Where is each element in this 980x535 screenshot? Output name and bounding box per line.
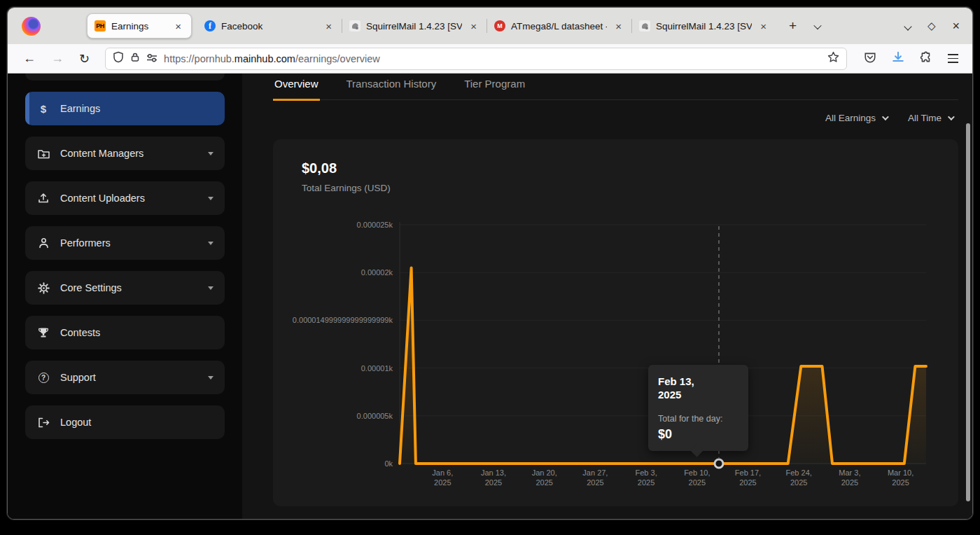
- earnings-line-chart[interactable]: 0.000025k 0.00002k 0.0000149999999999999…: [273, 218, 958, 506]
- new-tab-button[interactable]: +: [789, 18, 797, 34]
- menu-hamburger-icon[interactable]: [948, 54, 958, 62]
- svg-text:Mar 10,2025: Mar 10,2025: [888, 468, 913, 487]
- dollar-icon: $: [36, 103, 50, 115]
- tab-atmega-datasheet[interactable]: M ATmega8/L datasheet - Atm ×: [487, 13, 631, 39]
- tab-close-icon[interactable]: ×: [323, 20, 335, 33]
- extensions-puzzle-icon[interactable]: [920, 51, 932, 67]
- tab-close-icon[interactable]: ×: [172, 20, 184, 33]
- svg-text:0.000005k: 0.000005k: [357, 412, 393, 420]
- y-axis-labels: 0.000025k 0.00002k 0.0000149999999999999…: [293, 221, 393, 468]
- folder-plus-icon: [36, 148, 50, 159]
- tab-close-icon[interactable]: ×: [757, 20, 769, 33]
- svg-text:Jan 6,2025: Jan 6,2025: [432, 468, 453, 487]
- tab-title: SquirrelMail 1.4.23 [SVN]: [656, 21, 752, 32]
- earnings-section-tabs: Overview Transaction History Tier Progra…: [273, 74, 958, 100]
- tab-squirrelmail-2[interactable]: SquirrelMail 1.4.23 [SVN] ×: [632, 13, 776, 39]
- time-range-dropdown[interactable]: All Time: [908, 113, 953, 123]
- pornhub-favicon-icon: PH: [94, 20, 106, 32]
- svg-text:0.00001k: 0.00001k: [361, 364, 393, 373]
- total-earnings-amount: $0,08: [302, 160, 391, 176]
- sidebar-item-label: Core Settings: [60, 282, 122, 293]
- tracking-shield-icon[interactable]: [113, 51, 124, 66]
- gear-icon: [36, 282, 50, 294]
- sidebar-item-label: Content Uploaders: [60, 193, 145, 204]
- chevron-down-icon: [208, 197, 214, 200]
- person-icon: [36, 237, 50, 249]
- back-icon[interactable]: ←: [18, 51, 41, 66]
- chevron-down-icon: [208, 376, 214, 380]
- permissions-icon[interactable]: [146, 53, 158, 65]
- sidebar-item-content-managers[interactable]: Content Managers: [25, 137, 225, 170]
- sidebar-item-label: Earnings: [60, 103, 100, 114]
- squirrelmail-favicon-icon: [349, 20, 360, 32]
- chevron-down-icon: [208, 286, 214, 290]
- tab-transaction-history[interactable]: Transaction History: [345, 74, 438, 99]
- tab-earnings[interactable]: PH Earnings ×: [87, 13, 192, 39]
- chevron-down-icon: [948, 113, 955, 120]
- navigation-toolbar: ← → ↻ https://pornhub.mainhub.com/earnin…: [8, 44, 972, 74]
- tab-strip: PH Earnings × f Facebook × SquirrelMail …: [8, 8, 972, 44]
- minimize-window-icon[interactable]: [905, 20, 911, 32]
- earnings-summary: $0,08 Total Earnings (USD): [302, 160, 391, 193]
- sidebar-item-core-settings[interactable]: Core Settings: [25, 271, 225, 305]
- svg-text:0.000014999999999999999k: 0.000014999999999999999k: [293, 316, 393, 324]
- sidebar-item-logout[interactable]: Logout: [25, 405, 225, 439]
- list-all-tabs-icon[interactable]: [815, 20, 820, 32]
- tab-title: SquirrelMail 1.4.23 [SVN]: [366, 21, 462, 32]
- svg-text:Feb 10,2025: Feb 10,2025: [684, 468, 710, 487]
- tab-squirrelmail-1[interactable]: SquirrelMail 1.4.23 [SVN] ×: [342, 13, 486, 39]
- sidebar-item-contests[interactable]: Contests: [25, 316, 225, 349]
- close-window-icon[interactable]: ×: [952, 19, 960, 34]
- svg-text:Feb 17,2025: Feb 17,2025: [735, 468, 761, 487]
- chart-filters: All Earnings All Time: [825, 113, 953, 123]
- svg-text:0k: 0k: [384, 459, 393, 468]
- sidebar-item-content-uploaders[interactable]: Content Uploaders: [25, 181, 225, 215]
- question-circle-icon: ?: [36, 373, 50, 383]
- svg-text:Jan 13,2025: Jan 13,2025: [481, 468, 506, 487]
- logout-icon: [36, 417, 50, 428]
- tab-title: Facebook: [221, 21, 317, 32]
- pocket-icon[interactable]: [864, 51, 876, 67]
- svg-text:Mar 3,2025: Mar 3,2025: [839, 468, 860, 487]
- tab-close-icon[interactable]: ×: [468, 20, 479, 33]
- chevron-down-icon: [882, 113, 889, 120]
- chevron-down-icon: [208, 242, 214, 245]
- page-scrollbar[interactable]: [966, 123, 970, 501]
- earnings-type-dropdown[interactable]: All Earnings: [825, 113, 887, 123]
- x-axis-labels: Jan 6,2025 Jan 13,2025 Jan 20,2025 Jan 2…: [432, 468, 913, 487]
- firefox-icon[interactable]: [22, 17, 41, 36]
- sidebar-item-label: Logout: [60, 417, 91, 428]
- bookmark-star-icon[interactable]: [827, 51, 839, 66]
- chevron-down-icon: [208, 152, 214, 155]
- svg-text:Feb 24,2025: Feb 24,2025: [786, 468, 812, 487]
- browser-window: PH Earnings × f Facebook × SquirrelMail …: [7, 7, 973, 520]
- time-range-value: All Time: [908, 113, 941, 123]
- lock-icon[interactable]: [130, 52, 140, 65]
- chart-tooltip: Feb 13,2025 Total for the day: $0: [648, 365, 748, 451]
- sidebar-item-earnings[interactable]: $ Earnings: [25, 92, 225, 125]
- total-earnings-label: Total Earnings (USD): [302, 183, 391, 193]
- squirrelmail-favicon-icon: [639, 20, 650, 32]
- tab-tier-program[interactable]: Tier Program: [463, 74, 526, 99]
- sidebar-item-label: Performers: [60, 237, 111, 249]
- reload-icon[interactable]: ↻: [74, 51, 95, 67]
- upload-icon: [36, 193, 50, 204]
- sidebar-item-support[interactable]: ? Support: [25, 361, 225, 394]
- sidebar-item-label: Support: [60, 372, 96, 383]
- tab-close-icon[interactable]: ×: [612, 20, 624, 33]
- tab-overview[interactable]: Overview: [273, 74, 320, 101]
- sidebar-item-performers[interactable]: Performers: [25, 226, 225, 260]
- sidebar-item-partial: [25, 74, 225, 81]
- earnings-type-value: All Earnings: [825, 113, 876, 123]
- maximize-window-icon[interactable]: ◇: [927, 20, 936, 32]
- tab-facebook[interactable]: f Facebook ×: [197, 13, 342, 39]
- sidebar: $ Earnings Content Managers Content Uplo…: [8, 74, 242, 520]
- url-text[interactable]: https://pornhub.mainhub.com/earnings/ove…: [164, 53, 821, 64]
- sidebar-item-label: Contests: [60, 327, 100, 338]
- url-bar[interactable]: https://pornhub.mainhub.com/earnings/ove…: [105, 48, 847, 70]
- download-icon[interactable]: [892, 51, 904, 67]
- tab-title: Earnings: [111, 21, 167, 32]
- earnings-chart-card: $0,08 Total Earnings (USD): [273, 139, 958, 506]
- svg-text:Jan 20,2025: Jan 20,2025: [532, 468, 557, 487]
- page-content: $ Earnings Content Managers Content Uplo…: [8, 74, 972, 520]
